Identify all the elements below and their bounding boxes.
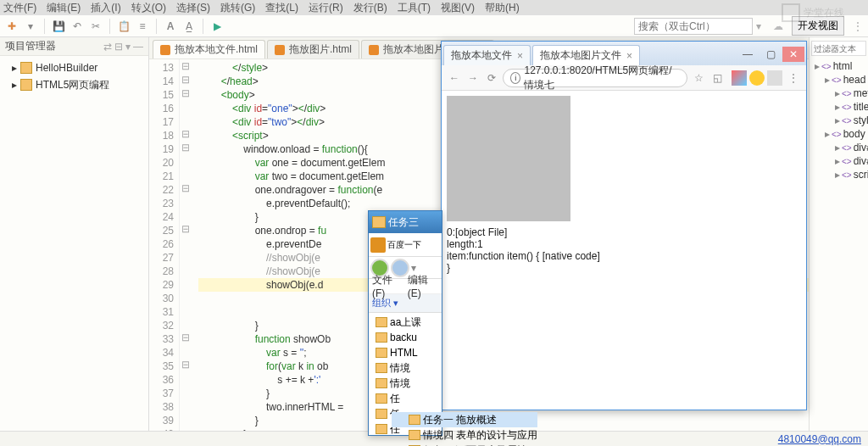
link-icon[interactable]: ⇄ [103,41,112,53]
close-tab-icon[interactable]: × [626,50,632,62]
site-info-icon[interactable]: i [510,72,520,84]
menu-item[interactable]: 转义(O) [131,1,166,15]
file-icon [160,45,170,55]
outline-node[interactable]: ▸<>body [811,127,866,141]
back-icon[interactable]: ← [447,70,462,86]
explorer-titlebar[interactable]: 任务三 [369,211,442,233]
outline-filter[interactable] [811,41,866,56]
menu-item[interactable]: 插入(I) [91,1,120,15]
save-icon[interactable]: 💾 [52,20,65,33]
min-icon[interactable]: — [133,41,143,53]
status-email[interactable]: 4810049@qq.com [778,433,861,445]
cloud-icon[interactable]: ☁ [773,20,783,32]
output-two: 0:[object File]length:1item:function ite… [447,226,801,274]
explorer-menu-item[interactable]: 文件(F) [372,273,403,299]
menu-item[interactable]: 编辑(E) [47,1,81,15]
fold-column[interactable]: ⊟⊟⊟⊟⊟⊟⊟⊟⊟ [180,59,192,431]
cut-icon[interactable]: ✂ [89,20,103,33]
folder-icon [376,317,387,327]
outline-node[interactable]: ▸<>div# [811,141,866,154]
outline-node[interactable]: ▸<>scrip [811,168,866,181]
project-tree[interactable]: ▸ HelloHBuilder▸ HTML5网页编程 [0,56,148,97]
search-opts-icon[interactable]: ▾ [756,20,761,32]
project-item[interactable]: ▸ HTML5网页编程 [5,76,143,93]
dropzone-one[interactable] [447,96,570,221]
folder-icon [376,348,387,358]
folder-icon [372,216,386,228]
outline-node[interactable]: ▸<>head [811,73,866,86]
menu-item[interactable]: 发行(B) [353,1,387,15]
addr-text: 百度一下 [387,239,421,251]
folder-icon [376,409,387,419]
editor-tab[interactable]: 拖放图片.html [267,40,359,59]
play-icon[interactable]: ▶ [210,20,224,33]
ext2-icon[interactable] [749,70,765,86]
ext3-icon[interactable] [767,70,782,86]
maximize-button[interactable]: ▢ [760,47,782,62]
folder-icon [376,363,387,373]
explorer-item[interactable]: 情境 [369,376,442,391]
folder-icon [376,393,387,404]
align-icon[interactable]: ≡ [136,20,149,33]
outline-panel: ▸<>html▸<>head▸<>meta▸<>title▸<>style▸<>… [809,37,868,431]
font-icon[interactable]: A̲ [182,20,196,33]
outline-node[interactable]: ▸<>div# [811,154,866,168]
project-item[interactable]: ▸ HelloHBuilder [5,59,143,76]
menu-icon[interactable]: ▾ [125,41,131,53]
explorer-item[interactable]: backu [369,330,442,345]
close-button[interactable]: ✕ [782,47,804,62]
ext1-icon[interactable] [732,70,747,86]
minimize-button[interactable]: — [737,47,759,62]
browser-tab[interactable]: 拖放本地图片文件× [532,45,640,65]
dropdown-icon[interactable]: ▾ [24,20,37,33]
menu-item[interactable]: 工具(T) [398,1,431,15]
back-icon[interactable]: ↶ [70,20,84,33]
more-icon[interactable]: ⋮ [853,20,863,32]
collapse-icon[interactable]: ⊟ [114,41,123,53]
main-toolbar: ✚ ▾ 💾 ↶ ✂ 📋 ≡ A A̲ ▶ ▾ ☁ 开发视图 ⋮ [0,15,868,37]
explorer-menubar[interactable]: 文件(F)编辑(E) [369,279,442,294]
explorer-window: 任务三 百度一下 ▾ 文件(F)编辑(E) 组织 ▾ aa上课backuHTML… [368,210,442,436]
browser-content: 0:[object File]length:1item:function ite… [442,91,806,410]
close-tab-icon[interactable]: × [517,50,523,62]
explorer-item[interactable]: 任务二 页面元素及属性 [392,443,537,446]
qr-icon[interactable]: ◱ [709,70,725,86]
explorer-menu-item[interactable]: 编辑(E) [408,273,438,299]
browser-toolbar: ← → ⟳ i 127.0.0.1:8020/HTML5网页编程/情境七 ☆ ◱… [442,65,806,91]
explorer-item[interactable]: 情境四 表单的设计与应用 [392,427,537,443]
menu-item[interactable]: 运行(R) [309,1,343,15]
outline-tree[interactable]: ▸<>html▸<>head▸<>meta▸<>title▸<>style▸<>… [811,59,866,181]
address-bar[interactable]: i 127.0.0.1:8020/HTML5网页编程/情境七 [503,69,687,87]
outline-node[interactable]: ▸<>title [811,100,866,114]
reload-icon[interactable]: ⟳ [484,70,499,86]
forward-icon[interactable]: → [465,70,481,86]
explorer-item[interactable]: HTML [369,345,442,360]
menu-dots-icon[interactable]: ⋮ [786,70,801,86]
breadcrumb-dropdown[interactable]: ▾ [411,262,416,274]
folder-icon [376,332,387,343]
explorer-item[interactable]: 情境 [369,360,442,376]
menu-item[interactable]: 帮助(H) [485,1,520,15]
explorer-item[interactable]: aa上课 [369,315,442,330]
explorer-item[interactable]: 任务一 拖放概述 [392,412,537,427]
menu-item[interactable]: 选择(S) [176,1,210,15]
new-icon[interactable]: ✚ [5,20,19,33]
browser-titlebar[interactable]: 拖放本地文件×拖放本地图片文件× — ▢ ✕ [442,42,806,65]
explorer-item[interactable]: 任 [369,391,442,406]
explorer-overflow-items: 任务一 拖放概述情境四 表单的设计与应用任务二 页面元素及属性 [392,412,537,446]
search-input[interactable] [634,18,753,35]
paste-icon[interactable]: 📋 [117,20,131,33]
outline-node[interactable]: ▸<>meta [811,86,866,100]
panel-title: 项目管理器 [5,39,56,53]
outline-node[interactable]: ▸<>html [811,59,866,73]
outline-node[interactable]: ▸<>style [811,114,866,127]
menu-item[interactable]: 视图(V) [441,1,475,15]
star-icon[interactable]: ☆ [691,70,706,86]
dev-view-button[interactable]: 开发视图 [792,16,844,36]
editor-tab[interactable]: 拖放本地文件.html [153,40,265,59]
browser-tab[interactable]: 拖放本地文件× [443,45,531,65]
menu-item[interactable]: 查找(L) [265,1,298,15]
menu-item[interactable]: 跳转(G) [220,1,255,15]
case-icon[interactable]: A [164,20,177,33]
menu-item[interactable]: 文件(F) [3,1,36,15]
